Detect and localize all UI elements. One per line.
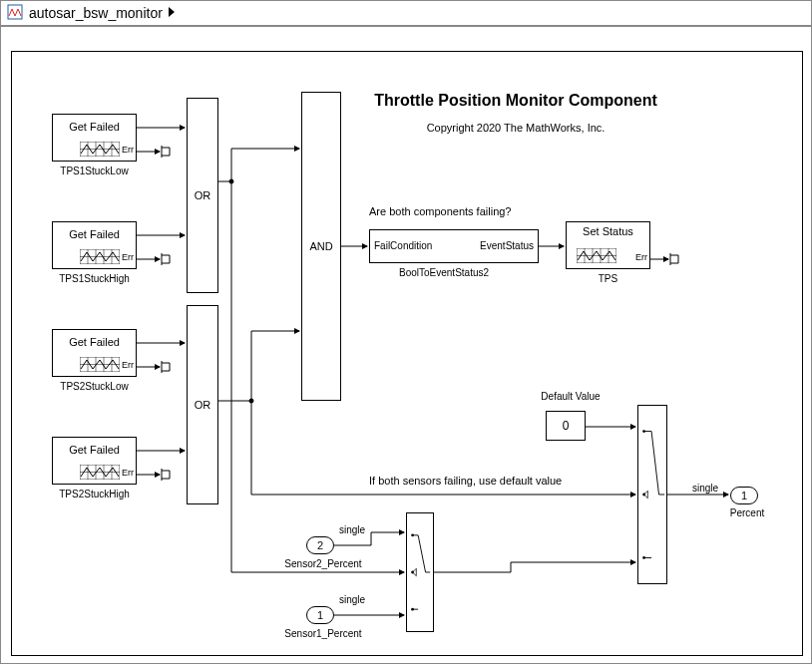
svg-line-38 (418, 535, 425, 572)
and-label: AND (309, 240, 332, 252)
outport-number: 1 (741, 490, 747, 501)
simulink-icon (7, 4, 29, 23)
block-name-tps2high: TPS2StuckHigh (52, 489, 137, 499)
get-failed-label: Get Failed (53, 336, 136, 348)
err-label: Err (635, 252, 647, 262)
block-switch-2[interactable] (637, 405, 667, 584)
err-label: Err (122, 252, 134, 262)
waveform-icon (80, 465, 120, 480)
block-tps1stuckhigh[interactable]: Get Failed Err (52, 221, 137, 269)
get-failed-label: Get Failed (53, 121, 136, 133)
block-constant[interactable]: 0 (546, 411, 586, 441)
block-name-tps1low: TPS1StuckLow (52, 166, 137, 176)
datatype-single-2: single (339, 524, 365, 535)
switch-icon (638, 406, 666, 583)
datatype-single-out: single (692, 483, 718, 494)
block-tps2stucklow[interactable]: Get Failed Err (52, 329, 137, 377)
waveform-icon (80, 249, 120, 264)
svg-point-57 (249, 399, 253, 403)
waveform-icon (577, 248, 616, 263)
window-title: autosar_bsw_monitor (29, 5, 163, 21)
err-label: Err (122, 468, 134, 478)
waveform-icon (80, 357, 120, 372)
diagram-canvas[interactable]: Throttle Position Monitor Component Copy… (11, 51, 803, 656)
svg-point-55 (229, 179, 233, 183)
subsystem-out-label: EventStatus (480, 240, 534, 251)
block-name-subsystem: BoolToEventStatus2 (399, 267, 489, 278)
block-or-2[interactable]: OR (187, 305, 218, 504)
inport2-number: 2 (317, 539, 323, 551)
get-failed-label: Get Failed (53, 228, 136, 240)
block-or-1[interactable]: OR (187, 98, 218, 293)
err-label: Err (122, 145, 134, 155)
inport1-name: Sensor1_Percent (283, 628, 363, 639)
default-value-label: Default Value (531, 391, 610, 402)
diagram-title: Throttle Position Monitor Component (341, 92, 690, 110)
block-name-tps1high: TPS1StuckHigh (52, 273, 137, 284)
block-tps2stuckhigh[interactable]: Get Failed Err (52, 437, 137, 485)
constant-value: 0 (563, 419, 570, 433)
diagram-copyright: Copyright 2020 The MathWorks, Inc. (371, 122, 660, 134)
block-tps1stucklow[interactable]: Get Failed Err (52, 114, 137, 162)
block-set-status[interactable]: Set Status Err (566, 221, 650, 269)
subsystem-in-label: FailCondition (374, 240, 432, 251)
set-status-label: Set Status (567, 222, 649, 237)
app-window: autosar_bsw_monitor Throttle Position Mo… (0, 0, 812, 664)
svg-marker-1 (169, 7, 175, 17)
inport-sensor1[interactable]: 1 (306, 606, 334, 624)
block-booltoeventstatus2[interactable]: FailCondition EventStatus (369, 229, 539, 263)
inport1-number: 1 (317, 609, 323, 621)
err-label: Err (122, 360, 134, 370)
or-label: OR (195, 399, 211, 411)
get-failed-label: Get Failed (53, 444, 136, 456)
annotation-are-failing: Are both components failing? (369, 205, 511, 217)
inport-sensor2[interactable]: 2 (306, 536, 334, 554)
annotation-use-default: If both sensors failing, use default val… (369, 475, 562, 487)
svg-line-45 (651, 432, 658, 495)
switch-icon (407, 513, 433, 631)
block-and[interactable]: AND (301, 92, 341, 401)
outport-percent[interactable]: 1 (730, 487, 758, 504)
chevron-right-icon[interactable] (167, 5, 177, 22)
datatype-single-1: single (339, 594, 365, 605)
titlebar: autosar_bsw_monitor (1, 1, 811, 27)
or-label: OR (195, 189, 211, 201)
inport2-name: Sensor2_Percent (283, 558, 363, 569)
outport-name: Percent (722, 507, 772, 518)
waveform-icon (80, 142, 120, 157)
block-name-tps: TPS (566, 273, 650, 284)
block-switch-1[interactable] (406, 512, 434, 632)
block-name-tps2low: TPS2StuckLow (52, 381, 137, 392)
